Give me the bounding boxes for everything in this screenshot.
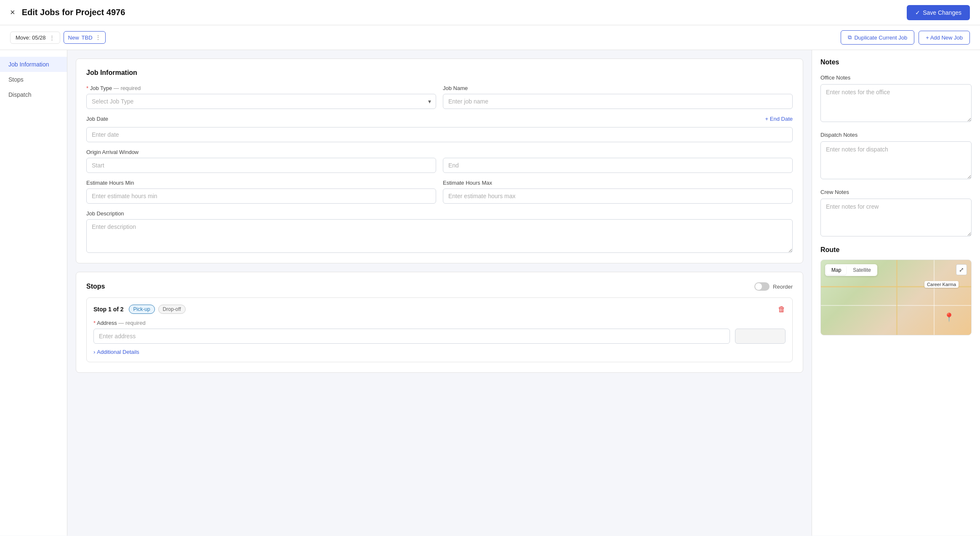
job-type-name-row: * Job Type — required Select Job Type ▾ … [86,85,793,109]
stop-card-1: Stop 1 of 2 Pick-up Drop-off 🗑 * Address… [86,297,793,362]
origin-window-group: Origin Arrival Window [86,149,793,173]
address-row [93,329,786,344]
sub-header-right: ⧉ Duplicate Current Job + Add New Job [841,30,970,45]
office-notes-textarea[interactable] [820,84,972,122]
sidebar: Job Information Stops Dispatch [0,50,67,536]
office-notes-section: Office Notes [820,74,972,123]
est-hours-min-label: Estimate Hours Min [86,180,436,186]
header: × Edit Jobs for Project 4976 ✓ Save Chan… [0,0,980,25]
job-desc-label: Job Description [86,210,793,217]
crew-notes-textarea[interactable] [820,199,972,236]
job-date-header: Job Date + End Date [86,116,793,122]
additional-details-button[interactable]: › Additional Details [93,349,139,355]
stop-delete-button[interactable]: 🗑 [778,305,786,314]
job-date-input[interactable] [86,127,793,142]
stop-title: Stop 1 of 2 [93,306,124,313]
dispatch-notes-section: Dispatch Notes [820,132,972,180]
address-input[interactable] [93,329,730,344]
expand-icon: ⤢ [959,266,964,273]
sidebar-item-job-information[interactable]: Job Information [0,57,67,72]
route-title: Route [820,246,972,254]
address-label: * Address — required [93,320,786,326]
dispatch-notes-label: Dispatch Notes [820,132,972,138]
move-label: Move: 05/28 [16,34,46,41]
sidebar-item-label: Job Information [8,61,49,68]
pickup-badge: Pick-up [129,305,155,314]
est-hours-min-group: Estimate Hours Min [86,180,436,204]
stop-header-left: Stop 1 of 2 Pick-up Drop-off [93,305,186,314]
reorder-label: Reorder [773,284,793,290]
job-date-label: Job Date [86,116,108,122]
zip-input[interactable] [735,329,786,344]
crew-notes-section: Crew Notes [820,189,972,238]
job-information-card: Job Information * Job Type — required Se… [76,58,803,263]
job-info-title: Job Information [86,69,793,77]
additional-details-label: Additional Details [97,349,139,355]
stop-header: Stop 1 of 2 Pick-up Drop-off 🗑 [93,305,786,314]
map-tab-map[interactable]: Map [826,265,846,275]
right-panel: Notes Office Notes Dispatch Notes Crew N… [812,50,980,536]
map-location-label: Career Karma [924,281,959,288]
sidebar-item-stops[interactable]: Stops [0,72,67,87]
duplicate-button[interactable]: ⧉ Duplicate Current Job [841,30,914,45]
job-name-group: Job Name [443,85,793,109]
stop-badges: Pick-up Drop-off [129,305,186,314]
sidebar-item-label: Stops [8,76,24,83]
notes-section: Notes Office Notes Dispatch Notes Crew N… [820,58,972,238]
status-new: New [68,34,79,41]
estimate-hours-row: Estimate Hours Min Estimate Hours Max [86,180,793,204]
status-menu-icon[interactable]: ⋮ [95,34,101,41]
reorder-switch[interactable] [754,282,770,291]
office-notes-label: Office Notes [820,74,972,81]
header-left: × Edit Jobs for Project 4976 [10,8,125,17]
end-date-button[interactable]: + End Date [765,116,793,122]
map-tab-satellite[interactable]: Satellite [848,265,876,275]
checkmark-icon: ✓ [915,9,920,16]
dropoff-badge: Drop-off [158,305,186,314]
notes-title: Notes [820,58,972,66]
move-badge: Move: 05/28 ⋮ [10,32,60,44]
est-hours-max-label: Estimate Hours Max [443,180,793,186]
job-type-select[interactable]: Select Job Type [86,94,436,109]
job-type-group: * Job Type — required Select Job Type ▾ [86,85,436,109]
status-badge: New TBD ⋮ [64,31,106,44]
duplicate-icon: ⧉ [848,34,852,41]
move-menu-icon[interactable]: ⋮ [49,34,55,41]
stops-header: Stops Reorder [86,282,793,291]
sidebar-item-dispatch[interactable]: Dispatch [0,87,67,102]
main-layout: Job Information Stops Dispatch Job Infor… [0,50,980,536]
stops-card: Stops Reorder Stop 1 of 2 Pick-up Drop-o… [76,272,803,373]
add-new-job-button[interactable]: + Add New Job [919,31,970,45]
dispatch-notes-textarea[interactable] [820,141,972,179]
sidebar-item-label: Dispatch [8,91,31,98]
job-desc-textarea[interactable] [86,219,793,253]
crew-notes-label: Crew Notes [820,189,972,195]
est-hours-min-input[interactable] [86,188,436,204]
est-hours-max-input[interactable] [443,188,793,204]
origin-window-inputs [86,158,793,173]
sub-header-left: Move: 05/28 ⋮ New TBD ⋮ [10,31,106,44]
map-container: Career Karma 📍 Map Satellite ⤢ [820,260,972,335]
job-name-input[interactable] [443,94,793,109]
job-name-label: Job Name [443,85,793,91]
job-date-group: Job Date + End Date [86,116,793,142]
route-section: Route Career Karma 📍 Map Satellite ⤢ [820,246,972,335]
sub-header: Move: 05/28 ⋮ New TBD ⋮ ⧉ Duplicate Curr… [0,25,980,50]
content-area: Job Information * Job Type — required Se… [67,50,812,536]
save-label: Save Changes [923,9,961,16]
est-hours-max-group: Estimate Hours Max [443,180,793,204]
job-type-label: * Job Type — required [86,85,436,91]
map-tabs: Map Satellite [825,264,877,276]
reorder-toggle: Reorder [754,282,793,291]
duplicate-label: Duplicate Current Job [854,34,907,41]
close-button[interactable]: × [10,8,15,17]
status-tbd: TBD [82,34,93,41]
map-pin: 📍 [944,312,954,322]
page-title: Edit Jobs for Project 4976 [22,8,125,17]
origin-end-input[interactable] [443,158,793,173]
stops-title: Stops [86,283,105,290]
map-expand-button[interactable]: ⤢ [956,264,967,275]
save-button[interactable]: ✓ Save Changes [907,5,970,20]
origin-start-input[interactable] [86,158,436,173]
address-group: * Address — required [93,320,786,344]
